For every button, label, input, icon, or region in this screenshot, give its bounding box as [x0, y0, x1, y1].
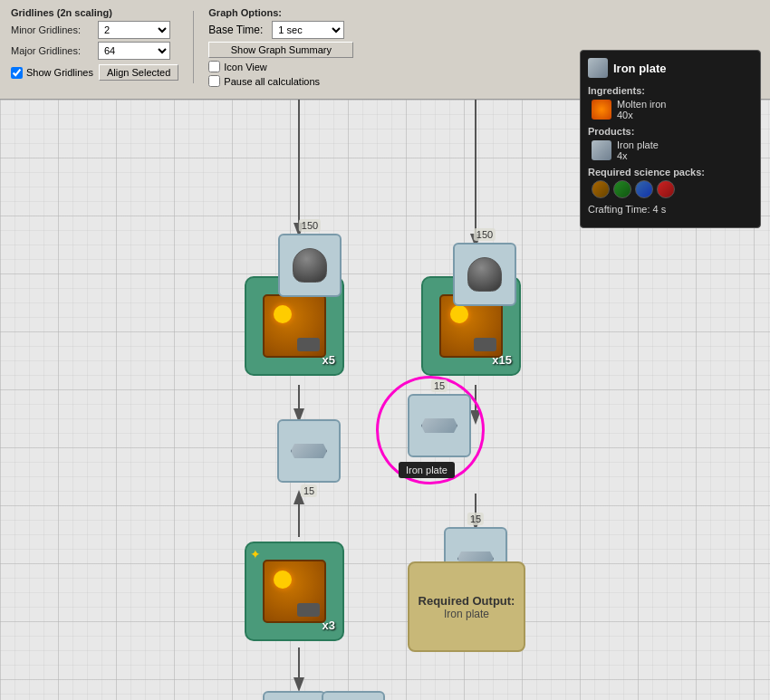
iron-plate-mid-label: Iron plate [399, 462, 455, 478]
machine-count-3: x3 [322, 618, 335, 632]
icon-view-label: Icon View [224, 62, 267, 72]
major-gridlines-select[interactable]: 641632128 [98, 42, 170, 60]
minor-gridlines-select[interactable]: 2148 [98, 21, 170, 39]
gridlines-group: Gridlines (2n scaling) Minor Gridlines: … [7, 4, 182, 84]
sci-icon-2 [613, 180, 631, 198]
product-row: Iron plate 4x [592, 139, 753, 161]
tooltip-title-icon [588, 58, 608, 78]
output-subtitle: Iron plate [444, 608, 489, 620]
item-node-ironplate-mid[interactable]: 15 [408, 394, 471, 457]
machine-count-1: x5 [322, 353, 335, 367]
ingredient-info: Molten iron 40x [617, 99, 666, 120]
item-node-coal[interactable]: 0.09375 [263, 691, 326, 700]
helmet-icon-2 [467, 257, 502, 292]
item-node-helmet-1[interactable]: 150 [278, 234, 342, 297]
ironplate-mid-top-value: 15 [431, 379, 448, 392]
helmet-icon-1 [293, 248, 327, 283]
tooltip-panel: Iron plate Ingredients: Molten iron 40x … [580, 50, 761, 228]
pause-checkbox[interactable] [208, 75, 220, 87]
tooltip-products: Products: Iron plate 4x [588, 126, 753, 161]
item-node-helmet-2[interactable]: 150 [453, 243, 516, 306]
show-gridlines-label: Show Gridlines [26, 67, 93, 78]
base-time-label: Base Time: [208, 24, 263, 36]
machine-node-3[interactable]: x3 ✦ [245, 542, 344, 641]
iron-plate-mid-container: 15 Iron plate [403, 389, 467, 453]
output-title: Required Output: [419, 594, 515, 608]
sci-icon-1 [592, 180, 610, 198]
divider [193, 11, 194, 83]
product-icon [592, 140, 611, 160]
machine-icon-3 [263, 560, 326, 623]
graph-options-group: Graph Options: Base Time: 1 sec1 min1 ho… [205, 4, 357, 91]
align-selected-button[interactable]: Align Selected [99, 64, 178, 81]
tooltip-title: Iron plate [588, 58, 753, 78]
sci-icon-4 [657, 180, 675, 198]
required-output-node[interactable]: Required Output: Iron plate [408, 561, 525, 652]
iron-plate-icon-mid [421, 408, 457, 444]
show-graph-summary-button[interactable]: Show Graph Summary [208, 42, 353, 58]
tooltip-crafting: Crafting Time: 4 s [588, 204, 753, 215]
machine-indicator: ✦ [250, 547, 261, 561]
machine-count-2: x15 [492, 353, 512, 367]
item-node-ore[interactable]: 15 [322, 691, 385, 700]
base-time-select[interactable]: 1 sec1 min1 hour [272, 21, 344, 39]
major-label: Major Gridlines: [11, 45, 92, 56]
sci-icon-3 [635, 180, 653, 198]
gridlines-label: Gridlines (2n scaling) [11, 7, 178, 18]
ironplate-bottom-value: 15 [467, 513, 484, 525]
pause-label: Pause all calculations [224, 76, 320, 87]
show-gridlines-checkbox[interactable] [11, 67, 23, 79]
iron-plate-icon-left [291, 433, 327, 469]
molten-iron-icon [592, 100, 611, 120]
product-info: Iron plate 4x [617, 139, 659, 161]
helmet-2-value: 150 [474, 228, 496, 241]
ingredient-row: Molten iron 40x [592, 99, 753, 120]
tooltip-ingredients: Ingredients: Molten iron 40x [588, 85, 753, 120]
icon-view-checkbox[interactable] [208, 61, 220, 72]
helmet-1-value: 150 [299, 219, 321, 232]
minor-label: Minor Gridlines: [11, 24, 92, 35]
ironplate-left-value: 15 [301, 484, 317, 497]
tooltip-science: Required science packs: [588, 167, 753, 198]
science-icons-row [592, 180, 753, 198]
item-node-ironplate-left[interactable]: 15 [277, 419, 341, 483]
graph-options-label: Graph Options: [208, 7, 353, 18]
machine-icon-1 [263, 294, 326, 358]
